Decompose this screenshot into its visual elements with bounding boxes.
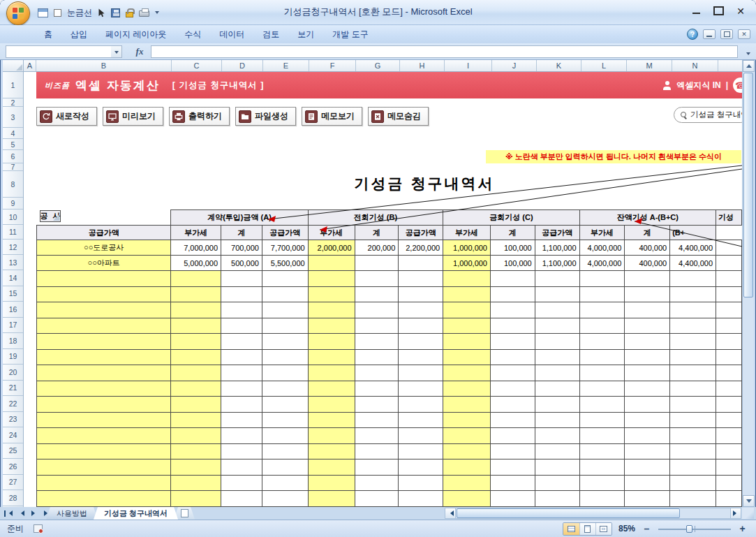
cell-value[interactable]: 400,000 bbox=[625, 256, 670, 271]
action-button-memo[interactable]: 메모보기 bbox=[302, 107, 362, 126]
row-header-8[interactable]: 8 bbox=[3, 171, 23, 198]
cell-value[interactable] bbox=[625, 491, 670, 507]
cell-value[interactable] bbox=[625, 365, 670, 381]
cell-value[interactable]: 4,000,000 bbox=[579, 240, 625, 256]
cell-value[interactable] bbox=[490, 334, 535, 350]
row-header-16[interactable]: 16 bbox=[3, 302, 23, 318]
cell-value[interactable] bbox=[399, 318, 443, 334]
cell-value[interactable] bbox=[399, 381, 443, 397]
next-sheet-icon[interactable] bbox=[29, 508, 40, 519]
cell-value[interactable]: 2,000,000 bbox=[308, 240, 355, 256]
row-header-28[interactable]: 28 bbox=[3, 490, 23, 506]
cell-value[interactable] bbox=[221, 286, 262, 302]
cell-value[interactable] bbox=[399, 475, 443, 491]
cell-value[interactable] bbox=[221, 349, 262, 365]
cell-value[interactable] bbox=[579, 349, 625, 365]
cell-value[interactable] bbox=[535, 334, 579, 350]
cell-value[interactable] bbox=[308, 318, 355, 334]
cell-value[interactable] bbox=[221, 302, 262, 318]
cell-project-name[interactable] bbox=[37, 365, 171, 381]
cell-value[interactable] bbox=[399, 256, 443, 271]
cell-value[interactable] bbox=[221, 443, 262, 459]
cell-value[interactable] bbox=[171, 318, 221, 334]
row-header-5[interactable]: 5 bbox=[3, 139, 23, 150]
cell-value[interactable]: 700,000 bbox=[221, 240, 262, 256]
save-icon[interactable] bbox=[111, 8, 120, 17]
zoom-slider-thumb[interactable] bbox=[686, 525, 692, 533]
cell-value[interactable] bbox=[670, 491, 716, 507]
office-button[interactable] bbox=[6, 1, 30, 25]
cell-value[interactable] bbox=[490, 443, 535, 459]
column-header-K[interactable]: K bbox=[537, 60, 581, 72]
cell-value[interactable] bbox=[535, 318, 579, 334]
cell-value[interactable] bbox=[625, 318, 670, 334]
cell-value[interactable] bbox=[443, 286, 491, 302]
cell-value[interactable] bbox=[670, 412, 716, 428]
cell-value[interactable] bbox=[399, 397, 443, 413]
cell-value[interactable] bbox=[171, 443, 221, 459]
page-layout-view-icon[interactable] bbox=[579, 523, 595, 535]
cell-value[interactable] bbox=[171, 491, 221, 507]
ribbon-tab-4[interactable]: 수식 bbox=[175, 25, 210, 43]
horizontal-scrollbar[interactable] bbox=[445, 508, 741, 519]
cell-value[interactable] bbox=[443, 271, 491, 287]
cell-value[interactable] bbox=[490, 397, 535, 413]
cell-value[interactable] bbox=[308, 349, 355, 365]
cell-value[interactable] bbox=[355, 397, 399, 413]
gridlines-checkbox[interactable] bbox=[54, 9, 61, 17]
ribbon-tab-5[interactable]: 데이터 bbox=[210, 25, 253, 43]
cell-value[interactable] bbox=[399, 365, 443, 381]
macro-record-icon[interactable] bbox=[34, 524, 43, 533]
cell-value[interactable] bbox=[579, 381, 625, 397]
cell-value[interactable] bbox=[262, 412, 308, 428]
cell-value[interactable] bbox=[670, 271, 716, 287]
column-header-H[interactable]: H bbox=[400, 60, 445, 72]
cell-value[interactable] bbox=[535, 286, 579, 302]
cell-value[interactable]: 7,700,000 bbox=[262, 240, 308, 256]
zoom-in-icon[interactable] bbox=[737, 524, 748, 534]
help-icon[interactable]: ? bbox=[687, 29, 698, 40]
cell-value[interactable] bbox=[171, 428, 221, 444]
zoom-out-icon[interactable] bbox=[642, 524, 652, 534]
cell-value[interactable] bbox=[308, 286, 355, 302]
row-header-3[interactable]: 3 bbox=[3, 107, 23, 128]
column-header-partial[interactable] bbox=[718, 60, 742, 72]
cell-value[interactable] bbox=[490, 286, 535, 302]
cell-value[interactable] bbox=[535, 443, 579, 459]
workbook-minimize-icon[interactable] bbox=[703, 29, 716, 39]
cell-value[interactable] bbox=[443, 491, 491, 507]
cell-value[interactable] bbox=[399, 286, 443, 302]
cell-value[interactable] bbox=[355, 318, 399, 334]
horizontal-scroll-thumb[interactable] bbox=[457, 508, 680, 518]
cell-value[interactable] bbox=[171, 397, 221, 413]
cell-value[interactable]: 7,000,000 bbox=[171, 240, 221, 256]
zoom-slider[interactable] bbox=[658, 524, 731, 534]
cell-project-name[interactable] bbox=[37, 349, 171, 365]
cell-value[interactable] bbox=[399, 334, 443, 350]
select-all-corner[interactable] bbox=[3, 60, 24, 72]
cell-value[interactable] bbox=[670, 365, 716, 381]
row-header-15[interactable]: 15 bbox=[3, 286, 23, 302]
cell-value[interactable] bbox=[262, 428, 308, 444]
cell-value[interactable] bbox=[443, 334, 491, 350]
ribbon-tab-6[interactable]: 검토 bbox=[253, 25, 288, 43]
row-header-10[interactable]: 10 bbox=[3, 209, 23, 225]
row-header-4[interactable]: 4 bbox=[3, 128, 23, 139]
cell-value[interactable] bbox=[625, 475, 670, 491]
cell-value[interactable] bbox=[262, 475, 308, 491]
cell-project-name[interactable]: ○○도로공사 bbox=[37, 240, 171, 256]
cell-project-name[interactable] bbox=[37, 412, 171, 428]
formula-bar-expand-icon[interactable] bbox=[746, 47, 750, 60]
cell-project-name[interactable] bbox=[37, 381, 171, 397]
cell-value[interactable] bbox=[355, 428, 399, 444]
cell-value[interactable] bbox=[262, 286, 308, 302]
cell-value[interactable] bbox=[670, 349, 716, 365]
cell-value[interactable] bbox=[308, 428, 355, 444]
column-header-A[interactable]: A bbox=[24, 60, 36, 72]
cell-value[interactable] bbox=[308, 412, 355, 428]
cell-value[interactable] bbox=[625, 286, 670, 302]
cell-value[interactable] bbox=[625, 271, 670, 287]
cell-value[interactable] bbox=[355, 475, 399, 491]
cell-value[interactable] bbox=[308, 459, 355, 476]
cell-value[interactable]: 1,100,000 bbox=[535, 256, 579, 271]
